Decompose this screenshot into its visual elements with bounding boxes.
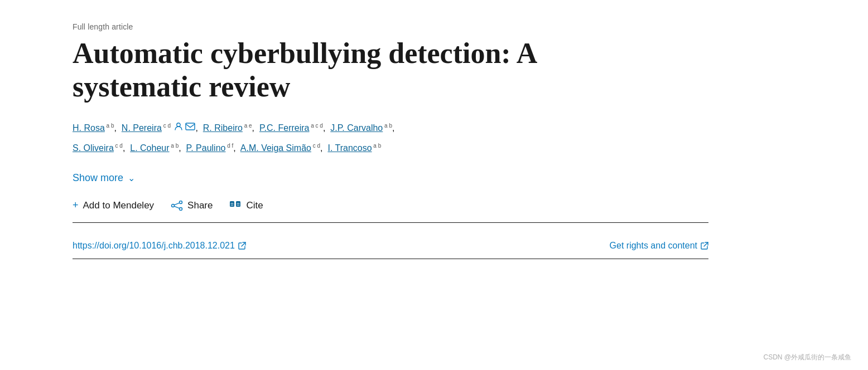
- show-more-button[interactable]: Show more ⌄: [73, 172, 135, 184]
- watermark: CSDN @外咸瓜街的一条咸鱼: [763, 353, 851, 362]
- rights-label: Get rights and content: [610, 241, 697, 251]
- author-p-paulino[interactable]: P. Paulino: [186, 143, 226, 153]
- chevron-down-icon: ⌄: [128, 173, 135, 183]
- author-s-oliveira-sup: c d: [114, 143, 123, 149]
- svg-line-6: [174, 206, 180, 208]
- author-i-trancoso[interactable]: I. Trancoso: [327, 143, 372, 153]
- svg-point-4: [172, 204, 175, 207]
- author-s-oliveira[interactable]: S. Oliveira: [73, 143, 114, 153]
- author-pc-ferreira[interactable]: P.C. Ferreira: [259, 123, 310, 133]
- doi-row: https://doi.org/10.1016/j.chb.2018.12.02…: [73, 233, 708, 259]
- svg-rect-8: [236, 201, 240, 207]
- authors-section: H. Rosa a b, N. Pereira c d , R. Ribeiro…: [73, 120, 708, 137]
- article-type: Full length article: [73, 22, 708, 31]
- plus-icon: +: [73, 199, 79, 211]
- author-h-rosa-sup: a b: [105, 122, 114, 128]
- svg-line-5: [174, 203, 180, 205]
- mendeley-label: Add to Mendeley: [83, 200, 155, 211]
- author-pc-ferreira-sup: a c d: [309, 122, 322, 128]
- show-more-label: Show more: [73, 172, 123, 184]
- author-am-veiga-simao-sup: c d: [311, 143, 320, 149]
- article-title: Automatic cyberbullying detection: A sys…: [73, 37, 575, 104]
- cite-button[interactable]: Cite: [229, 200, 263, 211]
- author-n-pereira[interactable]: N. Pereira: [122, 123, 162, 133]
- top-divider: [73, 222, 708, 223]
- cite-label: Cite: [246, 200, 263, 211]
- doi-url: https://doi.org/10.1016/j.chb.2018.12.02…: [73, 241, 235, 251]
- share-button[interactable]: Share: [171, 200, 213, 211]
- doi-external-link-icon: [238, 242, 246, 250]
- svg-line-10: [704, 242, 708, 246]
- svg-line-9: [242, 242, 245, 246]
- author-p-paulino-sup: d f: [225, 143, 233, 149]
- share-icon: [171, 201, 183, 211]
- author-r-ribeiro[interactable]: R. Ribeiro: [203, 123, 243, 133]
- doi-link[interactable]: https://doi.org/10.1016/j.chb.2018.12.02…: [73, 241, 246, 251]
- author-am-veiga-simao[interactable]: A.M. Veiga Simão: [240, 143, 311, 153]
- svg-rect-1: [186, 123, 195, 130]
- svg-point-0: [177, 123, 180, 126]
- author-i-trancoso-sup: a b: [372, 143, 382, 149]
- author-l-coheur[interactable]: L. Coheur: [130, 143, 169, 153]
- share-label: Share: [187, 200, 213, 211]
- email-icon[interactable]: [185, 123, 195, 130]
- author-jp-carvalho[interactable]: J.P. Carvalho: [330, 123, 383, 133]
- author-n-pereira-sup: c d: [162, 122, 171, 128]
- svg-rect-7: [230, 201, 234, 207]
- author-h-rosa[interactable]: H. Rosa: [73, 123, 105, 133]
- author-r-ribeiro-sup: a e: [243, 122, 252, 128]
- author-l-coheur-sup: a b: [170, 143, 179, 149]
- action-bar: + Add to Mendeley Share Cite: [73, 199, 708, 211]
- add-to-mendeley-button[interactable]: + Add to Mendeley: [73, 199, 154, 211]
- authors-line-2: S. Oliveira c d, L. Coheur a b, P. Pauli…: [73, 140, 708, 157]
- cite-quotes-icon: [229, 201, 242, 211]
- author-jp-carvalho-sup: a b: [383, 122, 392, 128]
- person-icon: [174, 122, 183, 131]
- rights-link[interactable]: Get rights and content: [610, 241, 708, 251]
- svg-point-2: [180, 201, 182, 203]
- rights-external-link-icon: [701, 242, 708, 250]
- svg-point-3: [180, 207, 182, 210]
